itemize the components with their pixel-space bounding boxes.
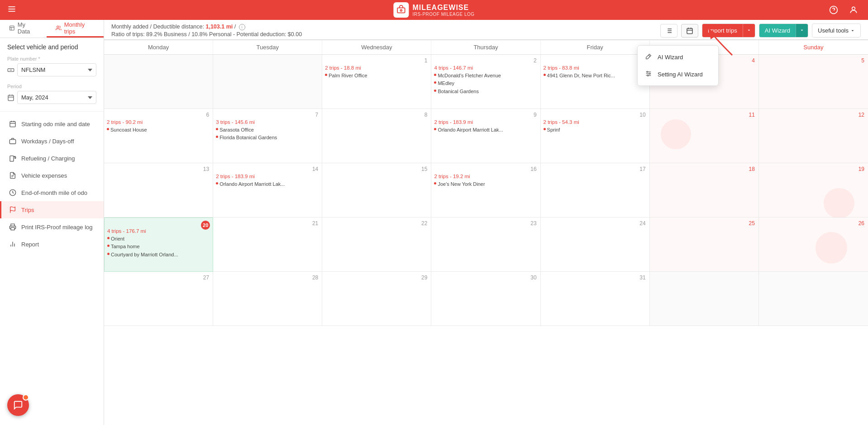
calendar-cell[interactable]: 204 trips - 176.7 miOrientTampa homeCour… [104,217,213,272]
ai-wizard-button[interactable]: AI Wizard [759,24,796,37]
calendar-view-button[interactable] [681,24,698,38]
chat-button[interactable] [7,394,29,416]
sidebar-label-end-of-month: End-of-month mile of odo [21,189,87,196]
calendar-cell[interactable]: 12 [759,109,868,163]
sidebar-item-vehicle-expenses[interactable]: Vehicle expenses [0,167,104,184]
sidebar-label-report: Report [21,241,39,248]
calendar-cell[interactable]: 30 [431,272,540,326]
sidebar-item-refueling[interactable]: Refueling / Charging [0,150,104,167]
sidebar-item-report[interactable]: Report [0,236,104,253]
cal-trips-summary: 2 trips - 18.8 mi [324,65,429,71]
calendar-cell[interactable]: 25 [650,217,759,272]
speedometer-icon [9,189,17,197]
svg-point-46 [649,73,650,75]
calendar-cell[interactable]: 92 trips - 183.9 miOrlando Airport Marri… [431,109,540,163]
sidebar-label-starting-odo: Starting odo mile and date [21,121,90,128]
deductible-distance: 1,103.1 mi [205,24,233,30]
decorative-blob [816,232,847,264]
calendar-grid: 12 trips - 18.8 miPalm River Office24 tr… [104,55,868,326]
calendar-cell[interactable]: 142 trips - 183.9 miOrlando Airport Marr… [213,163,322,217]
sidebar-item-trips[interactable]: Trips [0,201,104,218]
plate-icon [7,66,14,74]
calendar-cell[interactable]: 102 trips - 54.3 miSprinf [541,109,650,163]
svg-rect-27 [11,227,14,230]
dropdown-ai-wizard[interactable]: AI Wizard [638,48,718,66]
useful-tools-button[interactable]: Useful tools [812,24,861,38]
cal-trips-summary: 4 trips - 146.7 mi [433,65,538,71]
calendar-cell[interactable]: 5 [759,55,868,109]
tab-my-data[interactable]: My Data [0,20,47,38]
calendar-cell[interactable]: 19 [759,163,868,217]
calendar-cell[interactable]: 24 [541,217,650,272]
help-button[interactable] [826,3,841,17]
sidebar-item-print[interactable]: Print IRS-Proof mileage log [0,218,104,236]
flag-icon [9,206,17,214]
cal-date: 13 [106,165,211,173]
cal-trips-summary: 2 trips - 90.2 mi [106,119,211,125]
svg-point-45 [647,71,648,73]
dropdown-setting-ai-wizard[interactable]: Setting AI Wizard [638,66,718,83]
period-select[interactable]: May, 2024 [17,91,96,104]
list-view-button[interactable] [660,24,677,38]
hamburger-button[interactable] [7,5,16,16]
calendar-cell[interactable] [213,55,322,109]
cal-date: 15 [324,165,429,173]
cal-trip-item: Florida Botanical Gardens [215,134,320,142]
calendar-cell[interactable]: 13 [104,163,213,217]
toolbar: Import trips AI Wizard Usefu [660,24,861,38]
briefcase-icon [9,137,17,145]
list-icon [665,27,672,34]
cal-date: 3 [543,57,648,65]
import-trips-button[interactable]: Import trips [702,24,743,37]
cal-trip-item: Sprinf [543,126,648,134]
import-trips-dropdown[interactable] [743,24,755,37]
trip-dot [107,253,110,255]
calendar-cell[interactable]: 27 [104,272,213,326]
calendar-cell[interactable]: 29 [322,272,431,326]
calendar-cell[interactable] [104,55,213,109]
day-header-wednesday: Wednesday [322,40,431,54]
calendar-cell[interactable]: 28 [213,272,322,326]
info-icon[interactable]: i [239,24,245,30]
calendar-cell[interactable]: 162 trips - 19.2 miJoe's New York Diner [431,163,540,217]
calendar-cell[interactable]: 26 [759,217,868,272]
cal-date: 18 [652,165,757,173]
sidebar-label-print: Print IRS-Proof mileage log [21,224,93,231]
calendar-cell[interactable]: 11 [650,109,759,163]
svg-point-7 [852,7,855,10]
cal-date: 16 [433,165,538,173]
cal-date: 19 [761,165,866,173]
cal-date: 2 [433,57,538,65]
cal-trips-summary: 3 trips - 145.6 mi [215,119,320,125]
day-header-thursday: Thursday [431,40,540,54]
sidebar-item-workdays[interactable]: Workdays / Days-off [0,132,104,150]
calendar-cell[interactable] [650,272,759,326]
calendar-cell[interactable] [759,272,868,326]
ai-wizard-dropdown-menu: AI Wizard Setting AI Wizard [637,45,719,86]
calendar-cell[interactable]: 24 trips - 146.7 miMcDonald's Fletcher A… [431,55,540,109]
calendar-cell[interactable]: 8 [322,109,431,163]
user-button[interactable] [846,3,861,17]
chevron-down-icon [747,28,751,33]
calendar-cell[interactable]: 23 [431,217,540,272]
calendar-cell[interactable]: 31 [541,272,650,326]
plate-select[interactable]: NFLSNM [17,63,96,76]
tab-monthly-trips[interactable]: Monthly trips [47,20,104,38]
cal-date: 29 [324,274,429,282]
trip-dot [107,245,110,247]
cal-trip-item: Courtyard by Marriott Orland... [106,251,211,259]
calendar-cell[interactable]: 15 [322,163,431,217]
sidebar-item-end-of-month[interactable]: End-of-month mile of odo [0,184,104,201]
calendar-cell[interactable]: 18 [650,163,759,217]
calendar-cell[interactable]: 21 [213,217,322,272]
cal-date: 30 [433,274,538,282]
calendar-cell[interactable]: 32 trips - 83.8 mi4941 Glenn Dr, New Por… [541,55,650,109]
calendar-cell[interactable]: 12 trips - 18.8 miPalm River Office [322,55,431,109]
calendar-cell[interactable]: 62 trips - 90.2 miSuncoast House [104,109,213,163]
calendar-cell[interactable]: 17 [541,163,650,217]
ai-wizard-dropdown[interactable] [796,24,808,37]
calendar-cell[interactable]: 73 trips - 145.6 miSarasota OfficeFlorid… [213,109,322,163]
cal-trip-item: Tampa home [106,243,211,250]
sidebar-item-starting-odo[interactable]: Starting odo mile and date [0,115,104,132]
calendar-cell[interactable]: 22 [322,217,431,272]
